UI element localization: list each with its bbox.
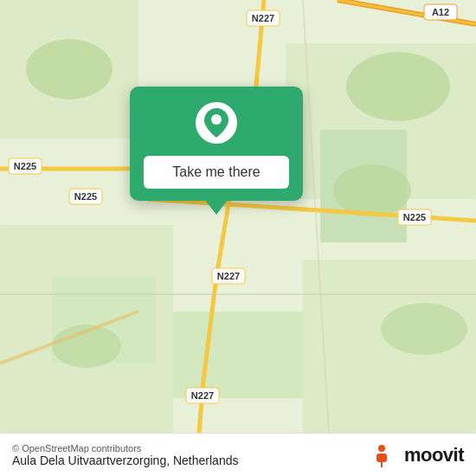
moovit-icon xyxy=(371,441,399,469)
svg-text:A12: A12 xyxy=(432,7,449,17)
take-me-there-button[interactable]: Take me there xyxy=(144,156,289,189)
svg-text:N227: N227 xyxy=(217,271,240,281)
svg-point-12 xyxy=(381,303,467,355)
svg-point-34 xyxy=(211,114,222,125)
svg-rect-6 xyxy=(173,312,303,398)
svg-text:N227: N227 xyxy=(252,13,274,23)
svg-text:N225: N225 xyxy=(14,161,36,171)
svg-point-36 xyxy=(378,445,385,452)
svg-text:N225: N225 xyxy=(403,212,426,222)
location-name: Aula Dela Uitvaartverzorging, Netherland… xyxy=(12,453,238,467)
osm-credit: © OpenStreetMap contributors xyxy=(12,443,238,453)
svg-point-10 xyxy=(333,164,411,216)
moovit-logo: moovit xyxy=(371,441,464,469)
map-roads: A12 N227 N227 N227 N225 N225 N225 xyxy=(0,0,476,433)
location-popup: Take me there xyxy=(130,87,303,201)
svg-rect-37 xyxy=(376,453,387,462)
pin-icon-container xyxy=(196,102,237,144)
svg-point-8 xyxy=(26,39,113,100)
svg-text:N227: N227 xyxy=(191,390,214,401)
svg-text:N225: N225 xyxy=(74,191,97,202)
map-view: A12 N227 N227 N227 N225 N225 N225 xyxy=(0,0,476,433)
location-info: © OpenStreetMap contributors Aula Dela U… xyxy=(12,443,238,467)
moovit-label: moovit xyxy=(404,444,464,466)
svg-point-9 xyxy=(346,52,450,121)
map-pin-icon xyxy=(204,108,228,138)
bottom-bar: © OpenStreetMap contributors Aula Dela U… xyxy=(0,433,476,476)
